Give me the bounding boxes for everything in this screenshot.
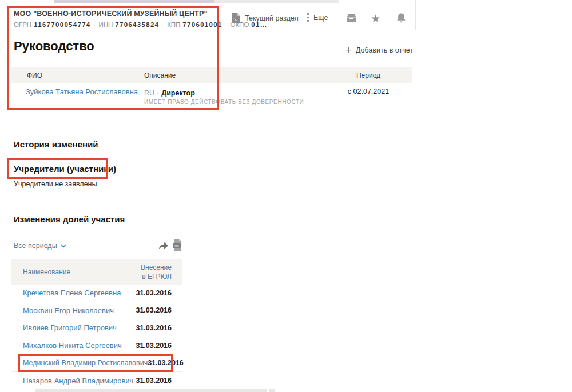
column-header-name[interactable]: Наименование [23, 268, 70, 276]
period-filter-dropdown[interactable]: Все периоды [14, 242, 66, 250]
leader-authority-note: ИМЕЕТ ПРАВО ДЕЙСТВОВАТЬ БЕЗ ДОВЕРЕННОСТИ [144, 99, 304, 105]
leader-role: Директор [161, 89, 195, 97]
code-label-ogrn: ОГРН [14, 21, 31, 28]
current-section-label: Текущий раздел [245, 14, 299, 22]
toolbar-divider [388, 7, 388, 30]
leader-period: с 02.07.2021 [342, 87, 395, 95]
code-separator: · [94, 21, 96, 28]
plus-icon: + [345, 45, 352, 55]
column-header-period: Период [342, 71, 395, 79]
scroll-artifact-top-light [214, 0, 339, 3]
table-row: Ивлиев Григорий Петрович 31.03.2016 [11, 319, 182, 337]
xls-icon-label: xls [174, 244, 178, 247]
share-changes-table: Наименование Внесение в ЕГРЮЛ Кречетова … [11, 259, 182, 390]
more-button[interactable]: Еще [307, 13, 328, 22]
entry-date: 31.03.2016 [136, 324, 172, 332]
description-dot: · [157, 89, 159, 97]
section-divider [8, 113, 413, 113]
entry-date: 31.03.2016 [136, 342, 172, 350]
entry-date: 31.03.2016 [136, 377, 172, 385]
entry-date-line2: в ЕГРЮЛ [142, 273, 172, 281]
table-row: Назаров Андрей Владимирович 31.03.2016 [11, 372, 182, 390]
share-icon[interactable] [158, 240, 169, 250]
company-codes: ОГРН1167700054774·ИНН7706435824·КПП77060… [14, 21, 268, 28]
person-link[interactable]: Кречетова Елена Сергеевна [23, 289, 121, 297]
page-title: Руководство [14, 39, 94, 54]
entry-date-line1: Внесение [141, 263, 172, 271]
code-label-inn: ИНН [98, 21, 113, 28]
entry-date: 31.03.2016 [148, 359, 184, 367]
code-value-ogrn: 1167700054774 [34, 21, 90, 28]
company-profile-page: МОО "ВОЕННО-ИСТОРИЧЕСКИЙ МУЗЕЙНЫЙ ЦЕНТР"… [0, 0, 572, 392]
inbox-icon[interactable] [346, 14, 357, 23]
code-value-inn: 7706435824 [115, 21, 159, 28]
company-name: МОО "ВОЕННО-ИСТОРИЧЕСКИЙ МУЗЕЙНЫЙ ЦЕНТР" [14, 10, 208, 18]
scroll-artifact-bottom-right [269, 389, 275, 392]
leader-description: RU·Директор [144, 87, 195, 98]
history-section-title: История изменений [14, 139, 98, 149]
column-header-description: Описание [144, 71, 176, 79]
person-link[interactable]: Мединский Владимир Ростиславович [23, 359, 148, 367]
toolbar-divider [364, 7, 364, 30]
person-link[interactable]: Михалков Никита Сергеевич [23, 341, 122, 350]
share-changes-section-title: Изменения долей участия [14, 214, 125, 224]
table-row: Москвин Егор Николаевич 31.03.2016 [11, 302, 182, 320]
table-row: Кречетова Елена Сергеевна 31.03.2016 [11, 285, 182, 302]
person-link[interactable]: Назаров Андрей Владимирович [23, 377, 133, 385]
xls-export-icon[interactable]: xls [172, 238, 182, 252]
more-dots-icon [307, 13, 309, 22]
founders-section-title: Учредители (участники) [14, 164, 116, 174]
more-label: Еще [313, 14, 328, 22]
bell-icon[interactable] [396, 13, 406, 23]
scroll-artifact-bottom-left [35, 389, 267, 392]
toolbar-divider [415, 0, 416, 30]
pdf-icon [231, 13, 241, 23]
code-separator: · [162, 21, 164, 28]
code-label-kpp: КПП [167, 21, 180, 28]
add-to-report-button[interactable]: + Добавить в отчет [345, 45, 413, 55]
share-changes-table-header: Наименование Внесение в ЕГРЮЛ [11, 259, 182, 285]
toolbar-divider [340, 7, 340, 30]
chevron-down-icon [61, 244, 66, 248]
code-value-kpp: 770601001 [182, 21, 222, 28]
add-to-report-label: Добавить в отчет [356, 46, 413, 54]
leader-name-link[interactable]: Зуйкова Татьяна Ростиславовна [26, 87, 138, 96]
leader-nationality: RU [144, 89, 154, 97]
current-section-button[interactable]: Текущий раздел [231, 13, 299, 23]
founders-empty-text: Учредители не заявлены [14, 180, 97, 188]
column-header-fio: ФИО [27, 71, 42, 79]
scroll-artifact-top-dark [54, 0, 214, 3]
code-separator: · [225, 21, 228, 28]
star-icon[interactable]: ★ [371, 13, 380, 24]
entry-date: 31.03.2016 [136, 306, 172, 314]
person-link[interactable]: Ивлиев Григорий Петрович [23, 323, 117, 332]
entry-date: 31.03.2016 [136, 289, 172, 297]
person-link[interactable]: Москвин Егор Николаевич [23, 306, 114, 315]
column-header-entry-date[interactable]: Внесение в ЕГРЮЛ [141, 263, 172, 281]
table-row: Мединский Владимир Ростиславович 31.03.2… [11, 354, 182, 372]
table-row: Михалков Никита Сергеевич 31.03.2016 [11, 337, 182, 355]
period-filter-label: Все периоды [14, 242, 57, 250]
